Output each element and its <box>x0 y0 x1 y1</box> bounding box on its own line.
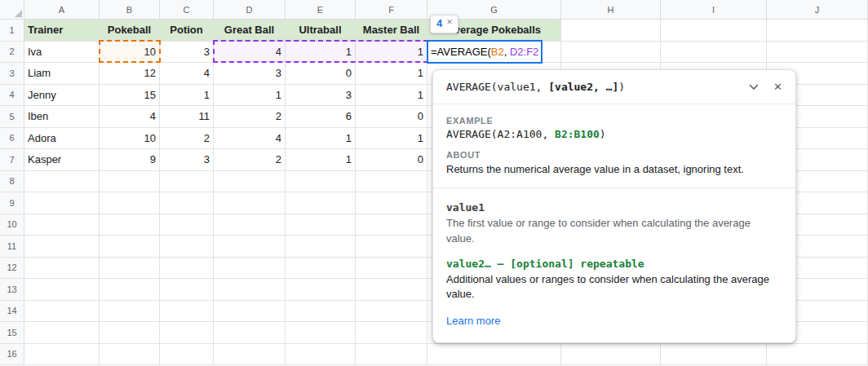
cell-C4[interactable]: 1 <box>160 85 214 107</box>
cell-D12[interactable] <box>214 258 286 280</box>
cell-F14[interactable] <box>356 301 427 323</box>
cell-A4[interactable]: Jenny <box>24 85 100 107</box>
cell-D9[interactable] <box>214 192 286 214</box>
select-all-corner[interactable] <box>0 0 24 19</box>
column-header-J[interactable]: J <box>767 0 868 19</box>
cell-A7[interactable]: Kasper <box>24 149 100 171</box>
cell-D10[interactable] <box>214 214 286 236</box>
row-header-2[interactable]: 2 <box>0 42 24 64</box>
cell-A6[interactable]: Adora <box>24 128 100 150</box>
cell-I16[interactable] <box>661 344 767 366</box>
cell-F3[interactable]: 1 <box>356 63 427 85</box>
cell-D15[interactable] <box>214 322 286 344</box>
cell-C3[interactable]: 4 <box>160 63 214 85</box>
cell-C2[interactable]: 3 <box>160 42 214 64</box>
cell-A12[interactable] <box>24 258 100 280</box>
cell-F15[interactable] <box>356 322 427 344</box>
cell-C6[interactable]: 2 <box>160 128 214 150</box>
cell-F2[interactable]: 1 <box>356 42 427 64</box>
cell-C8[interactable] <box>160 171 214 193</box>
cell-E5[interactable]: 6 <box>286 106 356 128</box>
cell-A3[interactable]: Liam <box>24 63 100 85</box>
cell-B16[interactable] <box>100 344 160 366</box>
cell-I1[interactable] <box>661 20 767 42</box>
cell-F4[interactable]: 1 <box>356 85 427 107</box>
cell-B6[interactable]: 10 <box>100 128 160 150</box>
cell-D5[interactable]: 2 <box>214 106 286 128</box>
cell-E4[interactable]: 3 <box>286 85 356 107</box>
cell-D4[interactable]: 1 <box>214 85 286 107</box>
formula-result-preview[interactable]: 4 ✕ <box>430 15 458 33</box>
cell-C5[interactable]: 11 <box>160 106 214 128</box>
cell-A13[interactable] <box>24 279 100 301</box>
cell-F16[interactable] <box>356 344 427 366</box>
cell-E1[interactable]: Ultraball <box>286 20 356 42</box>
cell-F7[interactable]: 0 <box>356 149 427 171</box>
learn-more-link[interactable]: Learn more <box>446 315 500 327</box>
cell-A10[interactable] <box>24 214 100 236</box>
row-header-1[interactable]: 1 <box>0 20 24 42</box>
cell-D2[interactable]: 4 <box>214 42 286 64</box>
cell-H1[interactable] <box>561 20 661 42</box>
cell-E9[interactable] <box>286 192 356 214</box>
cell-D8[interactable] <box>214 171 286 193</box>
column-header-B[interactable]: B <box>100 0 160 19</box>
cell-E3[interactable]: 0 <box>286 63 356 85</box>
cell-A11[interactable] <box>24 236 100 258</box>
cell-E16[interactable] <box>286 344 356 366</box>
chevron-down-icon[interactable] <box>749 84 759 90</box>
column-header-E[interactable]: E <box>286 0 356 19</box>
cell-E15[interactable] <box>286 322 356 344</box>
preview-close-icon[interactable]: ✕ <box>446 18 453 26</box>
row-header-16[interactable]: 16 <box>0 344 24 366</box>
cell-E7[interactable]: 1 <box>286 149 356 171</box>
cell-D11[interactable] <box>214 236 286 258</box>
formula-editor-g2[interactable]: =AVERAGE(B2, D2:F2 <box>427 40 542 64</box>
row-header-11[interactable]: 11 <box>0 236 24 258</box>
cell-E6[interactable]: 1 <box>286 128 356 150</box>
cell-B8[interactable] <box>100 171 160 193</box>
row-header-7[interactable]: 7 <box>0 149 24 171</box>
row-header-3[interactable]: 3 <box>0 63 24 85</box>
row-header-5[interactable]: 5 <box>0 106 24 128</box>
cell-E13[interactable] <box>286 279 356 301</box>
column-header-C[interactable]: C <box>160 0 214 19</box>
cell-B10[interactable] <box>100 214 160 236</box>
cell-D13[interactable] <box>214 279 286 301</box>
cell-I2[interactable] <box>661 42 767 64</box>
cell-A2[interactable]: Iva <box>24 42 100 64</box>
cell-E8[interactable] <box>286 171 356 193</box>
cell-E14[interactable] <box>286 301 356 323</box>
cell-B11[interactable] <box>100 236 160 258</box>
cell-C9[interactable] <box>160 192 214 214</box>
row-header-12[interactable]: 12 <box>0 258 24 280</box>
cell-B15[interactable] <box>100 322 160 344</box>
row-header-4[interactable]: 4 <box>0 85 24 107</box>
row-header-9[interactable]: 9 <box>0 192 24 214</box>
cell-F8[interactable] <box>356 171 427 193</box>
row-header-13[interactable]: 13 <box>0 279 24 301</box>
cell-A16[interactable] <box>24 344 100 366</box>
column-header-I[interactable]: I <box>661 0 767 19</box>
cell-F1[interactable]: Master Ball <box>356 20 427 42</box>
cell-H16[interactable] <box>561 344 661 366</box>
cell-C15[interactable] <box>160 322 214 344</box>
cell-B5[interactable]: 4 <box>100 106 160 128</box>
cell-E12[interactable] <box>286 258 356 280</box>
cell-B9[interactable] <box>100 192 160 214</box>
cell-B14[interactable] <box>100 301 160 323</box>
cell-J1[interactable] <box>767 20 868 42</box>
cell-F5[interactable]: 0 <box>356 106 427 128</box>
cell-C16[interactable] <box>160 344 214 366</box>
row-header-14[interactable]: 14 <box>0 301 24 323</box>
cell-D6[interactable]: 4 <box>214 128 286 150</box>
cell-F12[interactable] <box>356 258 427 280</box>
column-header-A[interactable]: A <box>24 0 100 19</box>
cell-E11[interactable] <box>286 236 356 258</box>
cell-F11[interactable] <box>356 236 427 258</box>
cell-C12[interactable] <box>160 258 214 280</box>
cell-B3[interactable]: 12 <box>100 63 160 85</box>
cell-D16[interactable] <box>214 344 286 366</box>
cell-F9[interactable] <box>356 192 427 214</box>
row-header-10[interactable]: 10 <box>0 214 24 236</box>
